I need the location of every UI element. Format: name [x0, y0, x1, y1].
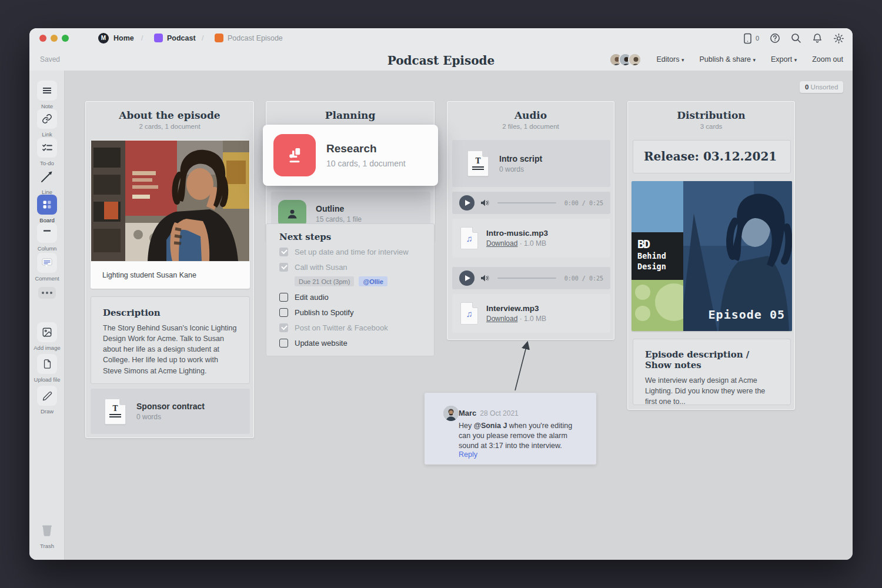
todo-item[interactable]: Publish to Spotify [279, 308, 425, 317]
volume-icon[interactable] [480, 199, 489, 207]
chevron-down-icon: ▾ [794, 57, 797, 63]
checkbox-unchecked[interactable] [279, 308, 288, 317]
tool-note[interactable]: Note [29, 81, 65, 109]
title-bar: Saved Podcast Episode Editors ▾ Publish … [29, 48, 853, 71]
assignee-chip[interactable]: @Ollie [359, 276, 387, 286]
podcast-board-icon[interactable] [154, 34, 163, 42]
release-date-card[interactable]: Release: 03.12.2021 [633, 140, 791, 173]
checkbox-checked[interactable] [279, 323, 288, 332]
unsorted-badge[interactable]: 0 Unsorted [800, 81, 843, 93]
todo-item[interactable]: Call with Susan [279, 263, 425, 272]
download-link[interactable]: Download [486, 239, 517, 248]
tool-board[interactable]: Board [29, 195, 65, 223]
notifications-bell-icon[interactable] [812, 33, 823, 44]
audio-player[interactable]: 0:00 / 0:25 [452, 192, 610, 214]
player-time: 0:00 / 0:25 [564, 200, 603, 206]
window-zoom-button[interactable] [62, 35, 69, 42]
show-notes-card[interactable]: Episode description / Show notes We inte… [633, 339, 791, 405]
file-card-intro-music[interactable]: ♫ Intro-music.mp3 Download · 1.0 MB [452, 219, 610, 258]
tool-more[interactable] [29, 287, 65, 299]
tool-trash[interactable]: Trash [29, 520, 65, 549]
susan-photo [91, 141, 249, 261]
device-count: 0 [756, 35, 759, 42]
card-title: Episode description / Show notes [645, 349, 779, 370]
seek-bar[interactable] [497, 278, 556, 279]
board-card-title: Research [326, 142, 377, 155]
checkbox-unchecked[interactable] [279, 293, 288, 302]
column-about-the-episode[interactable]: About the episode 2 cards, 1 document [85, 101, 254, 438]
app-window: M Home / Podcast / Podcast Episode 0 [29, 28, 853, 560]
board-card-meta: 15 cards, 1 file [316, 215, 362, 223]
column-distribution[interactable]: Distribution 3 cards Release: 03.12.2021 [627, 101, 795, 410]
mobile-device-icon[interactable] [743, 33, 752, 44]
cover-brand-strip: BD BehindDesign [632, 181, 683, 331]
tool-todo[interactable]: To-do [29, 138, 65, 166]
app-logo-icon[interactable]: M [98, 33, 109, 44]
comment-author: Marc [459, 409, 476, 417]
tool-column[interactable]: Column [29, 223, 65, 252]
todo-item[interactable]: Post on Twitter & Facebook [279, 323, 425, 332]
description-card[interactable]: Description The Story Behind Susan's Ico… [91, 296, 250, 384]
trash-icon [39, 523, 55, 538]
audio-file-icon: ♫ [460, 227, 478, 249]
comment-mention[interactable]: @Sonia J [474, 422, 507, 430]
todo-item[interactable]: Set up date and time for interview [279, 248, 425, 256]
tool-link[interactable]: Link [29, 109, 65, 138]
play-button[interactable] [459, 270, 475, 286]
publish-share-dropdown[interactable]: Publish & share ▾ [699, 55, 756, 64]
volume-icon[interactable] [480, 274, 489, 282]
search-icon[interactable] [791, 33, 801, 44]
cover-episode-label: Episode 05 [709, 308, 785, 322]
checkbox-unchecked[interactable] [279, 339, 288, 348]
window-minimize-button[interactable] [51, 35, 58, 42]
tool-line[interactable]: Line [29, 166, 65, 195]
breadcrumb-home[interactable]: Home [113, 34, 134, 42]
board-card-research-dragging[interactable]: Research 10 cards, 1 document [263, 125, 438, 186]
avatar-marc [443, 406, 459, 421]
tool-add-image[interactable]: Add image [29, 322, 65, 351]
file-card-interview[interactable]: ♫ Interview.mp3 Download · 1.0 MB [452, 294, 610, 333]
next-steps-card[interactable]: Next steps Set up date and time for inte… [266, 223, 435, 356]
file-size: · 1.0 MB [520, 315, 546, 323]
editor-avatars[interactable] [609, 53, 642, 66]
editors-dropdown[interactable]: Editors ▾ [657, 55, 684, 64]
play-button[interactable] [459, 195, 475, 211]
board-canvas[interactable]: 0 Unsorted About the episode 2 cards, 1 … [65, 71, 853, 560]
zoom-out-button[interactable]: Zoom out [812, 55, 843, 64]
comment-card[interactable]: Marc28 Oct 2021 Hey @Sonia J when you're… [425, 393, 596, 465]
seek-bar[interactable] [497, 202, 556, 203]
tool-upload-file[interactable]: Upload file [29, 354, 65, 383]
todo-icon [42, 142, 53, 153]
tool-draw[interactable]: Draw [29, 386, 65, 415]
episode-cover-image[interactable]: Episode 05 BD BehindDesign [632, 181, 792, 331]
download-link[interactable]: Download [486, 315, 517, 323]
breadcrumb-podcast[interactable]: Podcast [167, 34, 196, 42]
document-meta: 0 words [499, 165, 542, 173]
column-audio[interactable]: Audio 2 files, 1 document T Intro script… [447, 101, 614, 340]
export-dropdown[interactable]: Export ▾ [771, 55, 797, 64]
tools-sidebar: Note Link To-do Line Board Column Commen… [29, 71, 65, 560]
link-icon [42, 113, 52, 124]
reply-link[interactable]: Reply [459, 450, 477, 459]
episode-board-icon[interactable] [215, 34, 223, 42]
board-icon [42, 199, 52, 210]
due-date-chip[interactable]: Due 21 Oct (3pm) [295, 276, 354, 286]
todo-item[interactable]: Update website [279, 339, 425, 348]
checkbox-checked[interactable] [279, 248, 288, 256]
settings-gear-icon[interactable] [833, 33, 844, 44]
todo-item[interactable]: Edit audio [279, 293, 425, 302]
tool-comment[interactable]: Comment [29, 253, 65, 282]
column-title: Audio [447, 109, 614, 121]
help-icon[interactable] [770, 33, 780, 44]
column-subtitle: 2 files, 1 document [447, 123, 614, 130]
document-title: Intro script [499, 154, 542, 163]
file-size: · 1.0 MB [520, 239, 546, 248]
document-card-intro-script[interactable]: T Intro script 0 words [452, 140, 610, 187]
more-dots-icon [38, 287, 56, 299]
checkbox-checked[interactable] [279, 263, 288, 272]
image-card-susan[interactable]: Lighting student Susan Kane [91, 140, 250, 289]
audio-player[interactable]: 0:00 / 0:25 [452, 267, 610, 289]
window-close-button[interactable] [39, 35, 46, 42]
column-subtitle: 2 cards, 1 document [86, 123, 253, 130]
document-card-sponsor-contract[interactable]: T Sponsor contract 0 words [91, 389, 250, 434]
